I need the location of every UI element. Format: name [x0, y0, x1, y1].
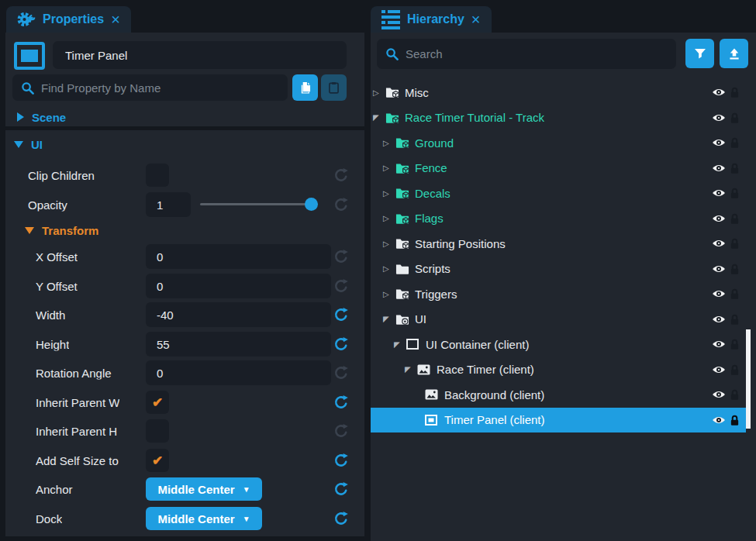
property-label: Inherit Parent W — [36, 396, 119, 409]
scrollbar-thumb[interactable] — [746, 329, 751, 429]
clip-children-checkbox[interactable] — [146, 164, 169, 187]
tree-item-starting-positions[interactable]: ▷ Starting Positions — [371, 231, 746, 257]
tree-item-timer-panel-selected[interactable]: Timer Panel (client) — [371, 408, 746, 433]
visibility-eye-icon[interactable] — [712, 88, 726, 97]
inherit-parent-width-checkbox[interactable]: ✔ — [146, 391, 169, 414]
hierarchy-search-box[interactable] — [377, 39, 676, 69]
x-offset-input[interactable] — [146, 244, 331, 269]
visibility-eye-icon[interactable] — [712, 239, 726, 248]
section-transform[interactable]: Transform — [25, 222, 98, 239]
reset-icon[interactable] — [333, 197, 349, 212]
expand-arrow-icon[interactable]: ▷ — [383, 264, 394, 273]
reset-icon[interactable] — [333, 511, 349, 526]
expand-arrow-icon[interactable]: ▷ — [383, 189, 394, 198]
lock-icon[interactable] — [730, 212, 740, 224]
lock-icon[interactable] — [730, 389, 740, 401]
reset-icon[interactable] — [333, 336, 349, 352]
paste-properties-button[interactable] — [321, 74, 347, 101]
section-scene[interactable]: Scene — [17, 109, 66, 126]
lock-icon[interactable] — [730, 313, 740, 325]
visibility-eye-icon[interactable] — [712, 113, 726, 122]
height-input[interactable] — [146, 332, 331, 357]
collapse-arrow-icon[interactable]: ◤ — [405, 365, 416, 374]
lock-icon[interactable] — [730, 238, 740, 250]
expand-arrow-icon[interactable]: ▷ — [383, 239, 394, 248]
expand-arrow-icon[interactable]: ▷ — [383, 139, 394, 147]
tree-item-race-timer-tutorial-track[interactable]: ◤ Race Timer Tutorial - Track — [371, 105, 746, 131]
close-icon[interactable]: × — [471, 12, 481, 27]
slider-knob[interactable] — [305, 198, 318, 211]
section-ui[interactable]: UI — [14, 136, 43, 153]
reset-icon[interactable] — [333, 481, 349, 497]
lock-icon[interactable] — [730, 87, 740, 98]
slider-track[interactable] — [200, 203, 318, 205]
lock-icon[interactable] — [730, 414, 740, 426]
visibility-eye-icon[interactable] — [712, 365, 726, 374]
expand-arrow-icon[interactable]: ▷ — [383, 164, 394, 172]
reset-icon[interactable] — [333, 453, 349, 468]
visibility-eye-icon[interactable] — [712, 315, 726, 324]
tree-item-ui-container[interactable]: ◤ UI Container (client) — [371, 332, 746, 357]
expand-arrow-icon[interactable]: ▷ — [383, 290, 394, 298]
visibility-eye-icon[interactable] — [712, 339, 726, 349]
reset-icon[interactable] — [333, 365, 349, 381]
lock-icon[interactable] — [730, 288, 740, 300]
width-input[interactable] — [146, 302, 331, 327]
tab-hierarchy[interactable]: Hierarchy × — [371, 6, 492, 33]
reset-icon[interactable] — [333, 395, 349, 410]
upload-button[interactable] — [720, 39, 748, 68]
tree-item-ground[interactable]: ▷ Ground — [371, 130, 746, 156]
visibility-eye-icon[interactable] — [712, 415, 726, 425]
tree-item-fence[interactable]: ▷ Fence — [371, 156, 746, 181]
tree-item-misc[interactable]: ▷ Misc — [371, 80, 746, 105]
y-offset-input[interactable] — [146, 274, 331, 298]
tree-item-background[interactable]: Background (client) — [371, 382, 746, 408]
dock-dropdown[interactable]: Middle Center ▼ — [146, 507, 262, 530]
filter-button[interactable] — [685, 39, 714, 68]
visibility-eye-icon[interactable] — [712, 138, 726, 147]
lock-icon[interactable] — [730, 263, 740, 274]
opacity-input[interactable] — [146, 192, 191, 217]
tree-item-decals[interactable]: ▷ Decals — [371, 181, 746, 206]
lock-icon[interactable] — [730, 364, 740, 375]
lock-icon[interactable] — [730, 162, 740, 174]
tree-item-race-timer[interactable]: ◤ Race Timer (client) — [371, 357, 746, 383]
visibility-eye-icon[interactable] — [712, 164, 726, 173]
visibility-eye-icon[interactable] — [712, 214, 726, 223]
visibility-eye-icon[interactable] — [712, 390, 726, 399]
add-self-size-checkbox[interactable]: ✔ — [146, 449, 169, 472]
reset-icon[interactable] — [333, 278, 349, 294]
property-search-box[interactable] — [12, 74, 288, 101]
reset-icon[interactable] — [333, 167, 349, 183]
reset-icon[interactable] — [333, 423, 349, 439]
anchor-dropdown[interactable]: Middle Center ▼ — [146, 477, 262, 501]
collapse-arrow-icon[interactable]: ◤ — [383, 315, 394, 323]
tree-item-flags[interactable]: ▷ Flags — [371, 206, 746, 232]
expand-arrow-icon[interactable]: ▷ — [383, 214, 394, 222]
reset-icon[interactable] — [333, 307, 349, 322]
reset-icon[interactable] — [333, 249, 349, 264]
lock-icon[interactable] — [730, 112, 740, 123]
entity-name-input[interactable] — [53, 41, 347, 69]
close-icon[interactable]: × — [111, 12, 120, 27]
collapse-arrow-icon[interactable]: ◤ — [394, 340, 405, 349]
tree-item-triggers[interactable]: ▷ Triggers — [371, 281, 746, 307]
property-row-rotation-angle: Rotation Angle — [0, 358, 364, 388]
tree-item-ui[interactable]: ◤ UI — [371, 307, 746, 333]
visibility-eye-icon[interactable] — [712, 264, 726, 274]
expand-arrow-icon[interactable]: ▷ — [373, 88, 384, 97]
hierarchy-search-input[interactable] — [406, 47, 668, 60]
collapse-arrow-icon[interactable]: ◤ — [373, 113, 384, 122]
lock-icon[interactable] — [730, 137, 740, 149]
property-search-input[interactable] — [41, 81, 279, 95]
lock-icon[interactable] — [730, 339, 740, 350]
visibility-eye-icon[interactable] — [712, 289, 726, 298]
lock-icon[interactable] — [730, 188, 740, 199]
tree-item-scripts[interactable]: ▷ Scripts — [371, 257, 746, 282]
rotation-angle-input[interactable] — [146, 360, 331, 385]
copy-properties-button[interactable] — [292, 74, 318, 101]
visibility-eye-icon[interactable] — [712, 188, 726, 198]
tab-properties[interactable]: Properties × — [6, 6, 131, 33]
inherit-parent-height-checkbox[interactable] — [146, 419, 169, 443]
opacity-slider[interactable] — [200, 190, 318, 219]
